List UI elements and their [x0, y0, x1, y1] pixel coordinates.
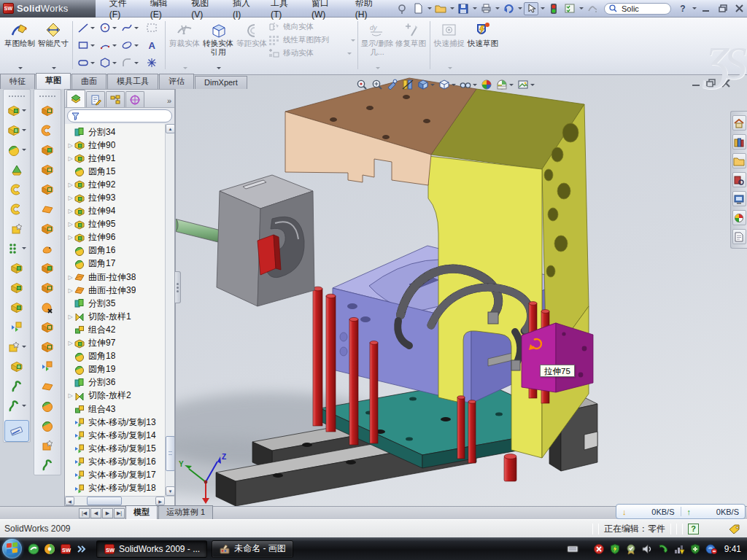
replace-face-icon[interactable] [34, 317, 61, 337]
tray-antivirus-red-icon[interactable] [593, 543, 605, 555]
hscroll-thumb[interactable] [87, 497, 122, 505]
tab-模具工具[interactable]: 模具工具 [107, 74, 158, 89]
spline-tool-icon[interactable] [34, 455, 61, 475]
app-minimize-button[interactable] [698, 3, 713, 15]
revolved-cut-icon[interactable] [4, 199, 30, 219]
sketch-entity-spline-icon[interactable] [119, 22, 141, 34]
tree-item[interactable]: ▷拉伸91 [66, 152, 165, 165]
sketch-entity-point-star-icon[interactable] [141, 57, 163, 69]
scroll-thumb[interactable] [166, 436, 174, 471]
edit-appearance-icon[interactable] [480, 78, 493, 91]
red-stop-cylinder[interactable] [504, 454, 516, 482]
tree-filter-input[interactable] [67, 109, 172, 122]
annotation-icon[interactable] [585, 2, 600, 15]
expand-arrow-icon[interactable]: ▷ [66, 274, 74, 281]
tree-item[interactable]: 分割34 [66, 125, 165, 139]
extruded-surface-icon[interactable] [34, 101, 61, 120]
tab-草图[interactable]: 草图 [36, 73, 71, 89]
quicklaunch-solidworks-cube-icon[interactable]: SW [60, 543, 71, 555]
panel-tab-dimxpert-manager[interactable] [125, 91, 144, 107]
sketch-entity-line-icon[interactable] [75, 22, 97, 34]
curve-dots-icon[interactable] [4, 376, 30, 396]
search-input[interactable] [620, 4, 664, 14]
expand-arrow-icon[interactable]: ▷ [66, 182, 74, 188]
tray-shield-plus-icon[interactable] [689, 543, 701, 555]
freeform-icon[interactable] [34, 238, 61, 258]
tray-keyboard-icon[interactable] [567, 543, 578, 555]
tree-item[interactable]: 圆角19 [66, 363, 165, 376]
tree-item[interactable]: ▷曲面-拉伸38 [66, 271, 165, 284]
help-icon[interactable]: ? [676, 2, 690, 15]
expand-arrow-icon[interactable]: ▷ [66, 287, 74, 294]
menu-item-0[interactable]: 文件(F) [103, 0, 144, 23]
scroll-up-button[interactable]: ▲ [166, 124, 174, 133]
tray-badge-check-icon[interactable] [625, 543, 637, 555]
expand-arrow-icon[interactable]: ▷ [66, 392, 74, 399]
tree-item[interactable]: 实体-移动/复制17 [66, 468, 165, 481]
expand-arrow-icon[interactable]: ▷ [66, 340, 74, 346]
menu-item-1[interactable]: 编辑(E) [144, 0, 185, 23]
tab-nav-0[interactable]: |◀ [79, 508, 90, 518]
tag-icon[interactable] [728, 524, 741, 534]
doc-minimize-button[interactable] [692, 79, 700, 88]
sketch-entity-polygon-icon[interactable] [97, 57, 119, 69]
rib-icon[interactable] [4, 258, 30, 278]
sketch-entity-slot-icon[interactable] [75, 57, 97, 69]
tree-item[interactable]: 圆角15 [66, 165, 165, 178]
sketch-entity-ellipse-icon[interactable] [119, 39, 141, 51]
shape-ball-icon[interactable] [34, 416, 61, 435]
view-settings-icon[interactable] [516, 78, 535, 91]
panel-splitter-handle[interactable] [175, 271, 181, 303]
tray-shield-bolt-icon[interactable] [609, 543, 621, 555]
panel-tab-property-manager[interactable] [86, 91, 105, 107]
convert-entities-button[interactable]: 转换实体引用 [201, 19, 235, 71]
ruled-surface-icon[interactable] [34, 376, 61, 396]
model-tab-0[interactable]: 模型 [125, 505, 158, 519]
network-speed-widget[interactable]: ↓0KB/S ↑0KB/S [616, 504, 746, 519]
expand-arrow-icon[interactable]: ▷ [66, 221, 74, 228]
graphics-viewport[interactable]: Y Z X [175, 75, 747, 506]
tree-item[interactable]: 组合42 [66, 323, 165, 336]
tree-item[interactable]: ▷切除-放样1 [66, 310, 165, 323]
menu-item-6[interactable]: 帮助(H) [349, 0, 390, 23]
tab-特征[interactable]: 特征 [0, 74, 35, 89]
tab-nav-3[interactable]: ▶| [114, 508, 125, 518]
expand-arrow-icon[interactable]: ▷ [66, 142, 74, 149]
app-close-button[interactable] [732, 3, 747, 15]
tab-曲面[interactable]: 曲面 [71, 74, 107, 89]
reference-geometry-icon[interactable] [4, 357, 30, 376]
model-tab-1[interactable]: 运动算例 1 [158, 505, 213, 519]
tree-item[interactable]: 实体-移动/复制16 [66, 455, 165, 468]
chamfer-icon[interactable] [4, 160, 30, 179]
tree-item[interactable]: ▷拉伸95 [66, 218, 165, 231]
fillet-surface-icon[interactable] [34, 278, 61, 298]
previous-view-icon[interactable] [386, 78, 399, 91]
tree-item[interactable]: 实体-移动/复制13 [66, 416, 165, 429]
magenta-block[interactable] [522, 323, 593, 392]
quick-tips-icon[interactable]: ? [688, 524, 699, 534]
tree-item[interactable]: ▷拉伸93 [66, 191, 165, 204]
move-surface-icon[interactable] [34, 357, 61, 376]
menu-item-4[interactable]: 工具(T) [264, 0, 305, 23]
file-explorer-icon[interactable] [732, 153, 746, 168]
tree-item[interactable]: ▷拉伸90 [66, 139, 165, 152]
section-view-icon[interactable] [401, 78, 414, 91]
expand-arrow-icon[interactable]: ▷ [66, 234, 74, 241]
scroll-right-button[interactable]: ▶ [155, 497, 165, 505]
sketch-entity-text-a-icon[interactable]: A [141, 39, 163, 51]
expand-arrow-icon[interactable]: ▷ [66, 155, 74, 162]
red-insert[interactable] [258, 235, 281, 275]
view-palette-icon[interactable] [732, 191, 746, 206]
sketch-entity-circle-icon[interactable] [97, 22, 119, 34]
tree-item[interactable]: 实体-移动/复制18 [66, 482, 165, 495]
view-orientation-icon[interactable] [438, 78, 457, 91]
panel-tab-configuration-manager[interactable] [106, 91, 125, 107]
zoom-fit-icon[interactable] [355, 78, 368, 91]
sketch-entity-select-box-icon[interactable] [141, 22, 163, 34]
panel-tabs-overflow[interactable]: » [167, 96, 171, 107]
tray-green-phone-icon[interactable] [657, 543, 669, 555]
sketch-entity-rectangle-icon[interactable] [75, 39, 97, 51]
tree-item[interactable]: 圆角18 [66, 350, 165, 363]
new-document-icon[interactable] [411, 2, 425, 15]
draft-icon[interactable] [4, 278, 30, 298]
